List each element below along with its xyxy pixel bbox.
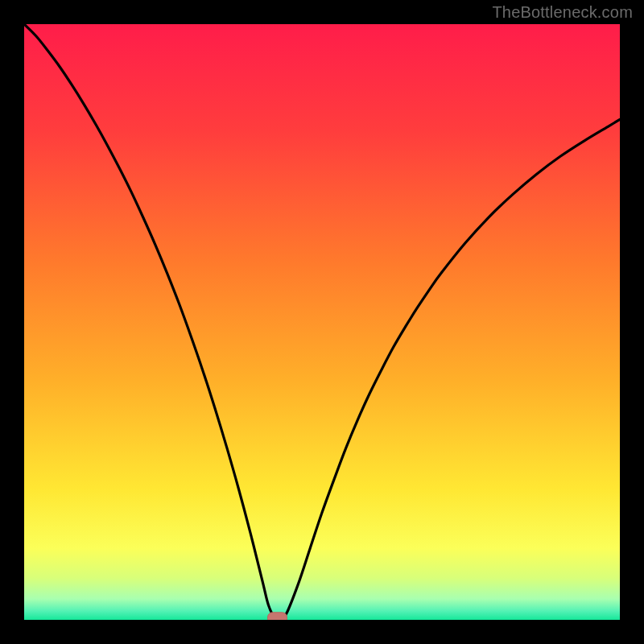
chart-frame: TheBottleneck.com	[0, 0, 644, 644]
plot-area	[24, 24, 620, 620]
watermark-text: TheBottleneck.com	[492, 3, 633, 22]
chart-svg	[0, 0, 644, 644]
